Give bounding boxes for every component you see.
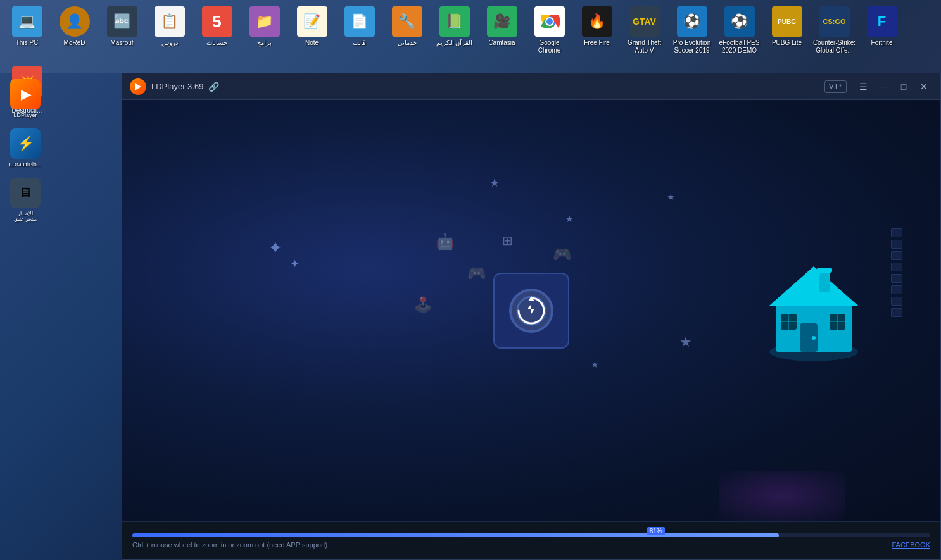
minimize-button[interactable]: ─ [875, 80, 892, 94]
desktop-icon-masrouf[interactable]: 🔤 Masrouf [98, 3, 146, 63]
bottom-bar: 81% Ctrl + mouse wheel to zoom in or zoo… [122, 521, 940, 559]
star-5: ★ [591, 359, 599, 370]
freefire-icon: 🔥 [582, 6, 612, 37]
this-pc-label: This PC [16, 39, 39, 47]
progress-label: 81% [647, 527, 665, 535]
star-2: ★ [565, 214, 574, 224]
mored-icon: 👤 [60, 6, 90, 37]
camtasia-icon: 🎥 [487, 6, 517, 37]
fortnite-label: Fortnite [871, 39, 893, 47]
freefire-label: Free Fire [584, 39, 610, 47]
fortnite-icon: F [867, 6, 897, 37]
chrome-icon [534, 6, 565, 37]
csgo-label: Counter-Strike: Global Offe... [812, 39, 857, 54]
film-cell-8 [891, 308, 902, 317]
film-strip [891, 228, 902, 317]
film-cell-6 [891, 285, 902, 294]
svg-marker-8 [769, 266, 858, 306]
sidebar-ldmultiplayer[interactable]: ⚡ LDMultiPla... [3, 128, 47, 168]
desktop-icon-note[interactable]: 📝 Note [288, 3, 336, 63]
ldmultiplayer-sidebar-label: LDMultiPla... [9, 161, 41, 168]
pes2020-icon: ⚽ [724, 6, 755, 37]
film-cell-3 [891, 251, 902, 260]
link-icon: 🔗 [208, 82, 219, 92]
star-1: ★ [489, 176, 500, 190]
note-icon: 📝 [297, 6, 327, 37]
gtav-icon: GTAV [629, 6, 660, 37]
mored-label: MoReD [64, 39, 85, 47]
this-pc-icon: 💻 [12, 6, 42, 37]
csgo-icon: CS:GO [819, 6, 850, 37]
desktop-icon-qalib[interactable]: 📄 قالب [336, 3, 383, 63]
desktop-icon-doros[interactable]: 📋 دروس [146, 3, 193, 63]
desktop-icon-pes2020[interactable]: ⚽ eFootball PES 2020 DEMO [716, 3, 763, 63]
desktop-icon-freefire[interactable]: 🔥 Free Fire [573, 3, 621, 63]
settings-sidebar-icon: 🖥 [10, 178, 41, 208]
sidebar-ldplayer[interactable]: ▶ LDPlayer [3, 79, 47, 119]
note-label: Note [305, 39, 319, 47]
main-content: ✦ ✦ ★ ★ ★ ★ ★ ★ 🤖 🎮 🕹️ ⊞ 🎮 [122, 100, 940, 521]
film-cell-2 [891, 240, 902, 249]
gtav-label: Grand Theft Auto V [622, 39, 667, 54]
desktop-icon-mored[interactable]: 👤 MoReD [51, 3, 98, 63]
film-cell-4 [891, 263, 902, 271]
bottom-hint: Ctrl + mouse wheel to zoom in or zoom ou… [132, 541, 327, 549]
desktop-icon-barameg[interactable]: 📁 برامج [241, 3, 288, 63]
pubg-icon: PUBG [772, 6, 802, 37]
menu-button[interactable]: ☰ [854, 80, 872, 94]
masrouf-label: Masrouf [110, 39, 133, 47]
chrome-label: Google Chrome [527, 39, 572, 54]
desktop-icon-hesabat[interactable]: 5 حسابات [193, 3, 241, 63]
film-cell-1 [891, 228, 902, 237]
desktop-icons-row: 💻 This PC 👤 MoReD 🔤 Masrouf 📋 دروس 5 حسا… [0, 0, 941, 73]
camtasia-label: Camtasia [488, 39, 515, 47]
game-icon-gamepad1: 🎮 [467, 264, 486, 282]
ldplayer-window: LDPlayer 3.69 🔗 VT⁺ ☰ ─ □ ✕ ✦ ✦ ★ ★ ★ ★ … [122, 73, 941, 560]
desktop-icon-quran[interactable]: 📗 القرآن الكريم [431, 3, 478, 63]
desktop-icon-this-pc[interactable]: 💻 This PC [3, 3, 51, 63]
close-button[interactable]: ✕ [915, 80, 933, 94]
game-icon-grid: ⊞ [502, 233, 513, 248]
game-icon-robot: 🤖 [436, 233, 455, 251]
barameg-label: برامج [257, 39, 272, 47]
bottom-info: Ctrl + mouse wheel to zoom in or zoom ou… [132, 541, 930, 549]
desktop-icon-fortnite[interactable]: F Fortnite [858, 3, 906, 63]
vt-label: VT⁺ [824, 80, 847, 93]
film-cell-5 [891, 274, 902, 283]
desktop-icon-pes2019[interactable]: ⚽ Pro Evolution Soccer 2019 [668, 3, 716, 63]
film-cell-7 [891, 297, 902, 306]
quran-label: القرآن الكريم [436, 39, 473, 47]
progress-fill: 81% [132, 533, 779, 537]
house-3d-illustration [750, 254, 877, 368]
desktop-icon-chrome[interactable]: Google Chrome [526, 3, 573, 63]
star-6: ★ [679, 334, 692, 351]
maximize-button[interactable]: □ [895, 80, 913, 94]
ldplayer-logo [130, 78, 146, 95]
desktop-icon-khidmati[interactable]: 🔧 خدماتي [383, 3, 431, 63]
desktop-icon-pubg[interactable]: PUBG PUBG Lite [763, 3, 811, 63]
khidmati-label: خدماتي [398, 39, 417, 47]
desktop-icon-gtav[interactable]: GTAV Grand Theft Auto V [621, 3, 668, 63]
facebook-link[interactable]: FACEBOOK [892, 541, 930, 549]
purple-glow [719, 471, 845, 521]
desktop-icon-camtasia[interactable]: 🎥 Camtasia [478, 3, 526, 63]
progress-container: 81% [132, 533, 930, 537]
title-bar: LDPlayer 3.69 🔗 VT⁺ ☰ ─ □ ✕ [122, 73, 940, 100]
game-icon-gamepad2: 🎮 [553, 246, 572, 263]
pubg-label: PUBG Lite [772, 39, 802, 47]
hesabat-label: حسابات [206, 39, 227, 47]
sidebar-settings[interactable]: 🖥 الإصدارمنتجو عتيق [3, 178, 47, 223]
title-bar-title: LDPlayer 3.69 [151, 82, 203, 91]
star-4: ★ [667, 192, 675, 202]
sidebar-icons: ▶ LDPlayer ⚡ LDMultiPla... 🖥 الإصدارمنتج… [0, 73, 51, 229]
ldplayer-sidebar-icon: ▶ [10, 79, 41, 109]
khidmati-icon: 🔧 [392, 6, 422, 37]
desktop-icon-csgo[interactable]: CS:GO Counter-Strike: Global Offe... [811, 3, 858, 63]
loading-box [493, 273, 569, 349]
game-icon-controller: 🕹️ [414, 296, 433, 314]
svg-rect-10 [817, 268, 832, 273]
svg-rect-19 [776, 304, 852, 352]
barameg-icon: 📁 [249, 6, 280, 37]
masrouf-icon: 🔤 [107, 6, 137, 37]
desktop: 💻 This PC 👤 MoReD 🔤 Masrouf 📋 دروس 5 حسا… [0, 0, 941, 560]
